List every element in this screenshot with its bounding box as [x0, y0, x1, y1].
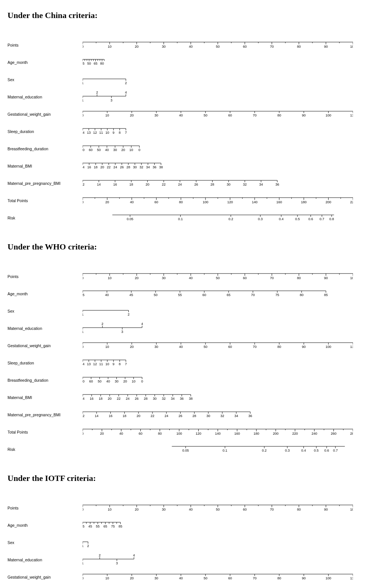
axis-svg: 1413121110987 [83, 125, 353, 136]
axis: 1413121110987 [83, 357, 375, 368]
nomogram-row: Gestational_weight_gain01020304050607080… [8, 571, 375, 582]
svg-text:30: 30 [162, 276, 166, 280]
row-label: Total Points [8, 195, 83, 203]
svg-text:0: 0 [139, 148, 140, 152]
svg-text:2: 2 [87, 544, 89, 547]
svg-text:70: 70 [270, 276, 274, 280]
svg-text:32: 32 [162, 397, 166, 401]
axis-svg: 0102030405060708090100110 [83, 108, 353, 119]
svg-text:50: 50 [204, 345, 207, 349]
svg-text:24: 24 [178, 183, 182, 186]
axis: 0102030405060708090100 [83, 271, 375, 282]
row-label: Breastfeeding_duration [8, 143, 83, 151]
svg-text:30: 30 [162, 508, 166, 511]
svg-text:0.05: 0.05 [127, 217, 134, 221]
svg-text:180: 180 [301, 200, 307, 204]
svg-text:32: 32 [243, 183, 247, 186]
svg-text:80: 80 [300, 293, 303, 297]
svg-text:50: 50 [97, 148, 101, 152]
svg-text:8: 8 [119, 131, 121, 135]
nomogram-row: Maternal_education1234 [8, 554, 375, 565]
nomogram-row: Age_month354555657585 [8, 519, 375, 531]
svg-text:7: 7 [125, 131, 127, 135]
svg-text:8: 8 [119, 362, 121, 366]
svg-text:0.6: 0.6 [308, 217, 313, 221]
svg-text:60: 60 [243, 276, 247, 280]
svg-text:30: 30 [227, 183, 231, 186]
svg-text:14: 14 [95, 414, 98, 418]
svg-text:35: 35 [83, 525, 84, 528]
svg-text:35: 35 [83, 293, 84, 297]
svg-text:110: 110 [350, 576, 353, 580]
svg-text:34: 34 [259, 183, 263, 186]
svg-text:40: 40 [106, 379, 110, 383]
svg-text:14: 14 [83, 165, 84, 169]
nomogram-row: Maternal_education1234 [8, 322, 375, 334]
axis: 706050403020100 [83, 143, 375, 154]
svg-text:1: 1 [83, 81, 84, 84]
nomogram: Points0102030405060708090100Age_month354… [8, 502, 375, 588]
svg-text:100: 100 [326, 345, 331, 349]
svg-text:36: 36 [152, 165, 156, 169]
svg-text:0.2: 0.2 [262, 449, 267, 452]
svg-text:22: 22 [107, 165, 111, 169]
svg-text:80: 80 [158, 432, 162, 435]
svg-text:22: 22 [117, 397, 121, 401]
svg-text:20: 20 [130, 345, 134, 349]
svg-text:30: 30 [162, 45, 166, 48]
svg-text:140: 140 [215, 432, 220, 435]
svg-text:20: 20 [121, 148, 125, 152]
nomogram-row: Age_month35506580 [8, 56, 375, 68]
svg-text:80: 80 [297, 45, 301, 48]
axis-svg: 14161820222426283032343638 [83, 391, 353, 402]
svg-text:18: 18 [94, 165, 98, 169]
svg-text:100: 100 [326, 113, 331, 117]
svg-text:90: 90 [302, 576, 306, 580]
axis: 1234 [83, 91, 375, 102]
svg-text:20: 20 [130, 113, 134, 117]
axis-svg: 0.050.10.20.30.40.50.60.70.8 [83, 212, 353, 222]
svg-text:0: 0 [83, 45, 84, 48]
axis-svg: 1234 [83, 91, 353, 101]
svg-text:60: 60 [139, 432, 142, 435]
axis-svg: 020406080100120140160180200220240260280 [83, 426, 353, 437]
svg-text:140: 140 [252, 200, 258, 204]
svg-text:100: 100 [350, 45, 353, 48]
row-label: Gestational_weight_gain [8, 571, 83, 579]
svg-text:7: 7 [125, 362, 127, 366]
svg-text:0: 0 [83, 345, 84, 349]
svg-text:20: 20 [130, 576, 134, 580]
svg-text:50: 50 [216, 276, 220, 280]
svg-text:20: 20 [137, 414, 140, 418]
svg-text:70: 70 [270, 45, 274, 48]
svg-text:14: 14 [83, 362, 84, 366]
svg-text:200: 200 [326, 200, 331, 204]
svg-text:0.7: 0.7 [333, 449, 338, 452]
svg-text:13: 13 [87, 362, 90, 366]
svg-text:30: 30 [133, 165, 137, 169]
nomogram: Points0102030405060708090100Age_month354… [8, 271, 375, 455]
svg-text:70: 70 [251, 293, 255, 297]
axis-svg: 1234 [83, 554, 353, 564]
svg-text:0: 0 [83, 432, 84, 435]
svg-text:65: 65 [227, 293, 231, 297]
svg-text:10: 10 [108, 45, 112, 48]
svg-text:90: 90 [302, 345, 306, 349]
svg-text:60: 60 [228, 576, 232, 580]
row-label: Maternal_education [8, 91, 83, 99]
svg-text:22: 22 [162, 183, 166, 186]
axis: 0.050.10.20.30.40.50.60.7 [83, 443, 375, 455]
svg-text:34: 34 [146, 165, 150, 169]
svg-text:50: 50 [216, 508, 220, 511]
axis: 14161820222426283032343638 [83, 391, 375, 403]
svg-text:0: 0 [141, 379, 143, 383]
svg-text:60: 60 [243, 508, 247, 511]
svg-text:160: 160 [234, 432, 240, 435]
svg-text:10: 10 [106, 131, 109, 135]
svg-text:80: 80 [277, 576, 281, 580]
svg-text:40: 40 [189, 508, 193, 511]
svg-text:180: 180 [253, 432, 259, 435]
svg-text:0.4: 0.4 [301, 449, 306, 452]
svg-text:24: 24 [126, 397, 130, 401]
svg-text:260: 260 [331, 432, 336, 435]
